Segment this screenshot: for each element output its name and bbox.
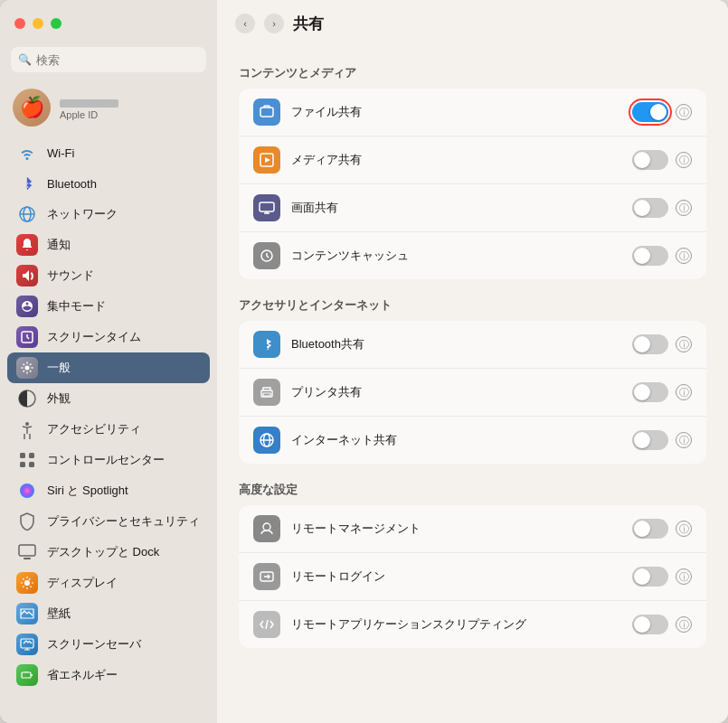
- row-remote-scripting: リモートアプリケーションスクリプティング ⓘ: [239, 601, 706, 648]
- sidebar-item-notification[interactable]: 通知: [7, 230, 210, 260]
- remote-management-info-btn[interactable]: ⓘ: [676, 521, 692, 537]
- media-sharing-info-btn[interactable]: ⓘ: [676, 152, 692, 168]
- file-sharing-toggle-group: ⓘ: [632, 102, 692, 122]
- svg-rect-10: [29, 462, 34, 467]
- section-header-contents: コンテンツとメディア: [239, 65, 706, 81]
- remote-login-info-btn[interactable]: ⓘ: [676, 568, 692, 585]
- minimize-button[interactable]: [33, 18, 43, 29]
- internet-sharing-toggle-group: ⓘ: [632, 430, 692, 450]
- svg-rect-8: [29, 453, 34, 458]
- bluetooth-sharing-toggle[interactable]: [632, 334, 668, 354]
- screensaver-icon: [16, 634, 38, 655]
- sidebar-item-bluetooth[interactable]: Bluetooth: [7, 168, 210, 199]
- sidebar-item-focus-label: 集中モード: [47, 298, 106, 315]
- file-sharing-info-btn[interactable]: ⓘ: [676, 104, 692, 120]
- sidebar-item-siri-label: Siri と Spotlight: [47, 483, 128, 499]
- sidebar-item-network[interactable]: ネットワーク: [7, 199, 210, 230]
- bluetooth-sharing-toggle-group: ⓘ: [632, 334, 692, 354]
- forward-button[interactable]: ›: [264, 14, 284, 33]
- screen-sharing-icon: [253, 194, 280, 221]
- sidebar-item-notification-label: 通知: [47, 237, 71, 253]
- printer-sharing-icon: [253, 379, 280, 406]
- sidebar-item-wallpaper-label: 壁紙: [47, 606, 71, 622]
- settings-group-accessory: Bluetooth共有 ⓘ プリンタ共有 ⓘ: [239, 321, 706, 464]
- sidebar-item-privacy-label: プライバシーとセキュリティ: [47, 513, 200, 530]
- screen-sharing-info-btn[interactable]: ⓘ: [676, 200, 692, 216]
- notification-icon: [16, 234, 38, 256]
- search-input[interactable]: [36, 53, 199, 67]
- bluetooth-icon: [16, 173, 38, 194]
- sidebar-item-screensaver[interactable]: スクリーンセーバ: [7, 629, 210, 660]
- titlebar: [0, 0, 217, 47]
- screentime-icon: [16, 326, 38, 348]
- profile-name: [60, 96, 118, 109]
- sidebar-item-general[interactable]: 一般: [7, 352, 210, 383]
- network-icon: [16, 203, 38, 225]
- internet-sharing-toggle[interactable]: [632, 430, 668, 450]
- maximize-button[interactable]: [51, 18, 61, 29]
- sidebar: 🔍 🍎 Apple ID Wi-Fi: [0, 0, 217, 723]
- sidebar-item-general-label: 一般: [47, 360, 71, 376]
- remote-management-toggle[interactable]: [632, 519, 668, 539]
- content-cache-toggle[interactable]: [632, 246, 668, 266]
- printer-sharing-toggle[interactable]: [632, 382, 668, 402]
- file-sharing-toggle[interactable]: [632, 102, 668, 122]
- display-icon: [16, 572, 38, 594]
- sidebar-item-screensaver-label: スクリーンセーバ: [47, 636, 141, 653]
- profile-info: Apple ID: [60, 96, 118, 120]
- remote-management-icon: [253, 515, 280, 542]
- profile-subtitle: Apple ID: [60, 109, 118, 120]
- sidebar-item-display[interactable]: ディスプレイ: [7, 568, 210, 598]
- remote-scripting-icon: [253, 611, 280, 638]
- sidebar-item-focus[interactable]: 集中モード: [7, 291, 210, 322]
- sidebar-item-wallpaper[interactable]: 壁紙: [7, 598, 210, 629]
- siri-icon: [16, 480, 38, 502]
- content-cache-info-btn[interactable]: ⓘ: [676, 248, 692, 264]
- sidebar-item-bluetooth-label: Bluetooth: [47, 177, 97, 191]
- main-content: ‹ › 共有 コンテンツとメディア ファイル共有 ⓘ: [217, 0, 728, 723]
- remote-login-toggle[interactable]: [632, 567, 668, 587]
- back-button[interactable]: ‹: [235, 14, 255, 33]
- printer-sharing-info-btn[interactable]: ⓘ: [676, 384, 692, 400]
- internet-sharing-info-btn[interactable]: ⓘ: [676, 432, 692, 448]
- sidebar-item-energy[interactable]: 省エネルギー: [7, 660, 210, 690]
- screen-sharing-toggle[interactable]: [632, 198, 668, 218]
- avatar: 🍎: [13, 89, 51, 127]
- remote-scripting-toggle-group: ⓘ: [632, 615, 692, 634]
- sidebar-item-controlcenter-label: コントロールセンター: [47, 452, 165, 468]
- remote-login-icon: [253, 563, 280, 590]
- close-button[interactable]: [14, 18, 25, 29]
- profile-section[interactable]: 🍎 Apple ID: [0, 81, 217, 136]
- sidebar-item-appearance[interactable]: 外観: [7, 383, 210, 414]
- remote-scripting-info-btn[interactable]: ⓘ: [676, 616, 692, 633]
- sidebar-item-screentime[interactable]: スクリーンタイム: [7, 322, 210, 352]
- bluetooth-sharing-info-btn[interactable]: ⓘ: [676, 336, 692, 352]
- energy-icon: [16, 664, 38, 686]
- internet-sharing-label: インターネット共有: [291, 432, 621, 448]
- sidebar-item-accessibility[interactable]: アクセシビリティ: [7, 414, 210, 445]
- row-content-cache: コンテンツキャッシュ ⓘ: [239, 232, 706, 279]
- remote-scripting-toggle[interactable]: [632, 615, 668, 634]
- row-media-sharing: メディア共有 ⓘ: [239, 136, 706, 184]
- sidebar-item-siri[interactable]: Siri と Spotlight: [7, 475, 210, 506]
- sidebar-item-controlcenter[interactable]: コントロールセンター: [7, 445, 210, 475]
- sidebar-item-sound[interactable]: サウンド: [7, 260, 210, 291]
- sidebar-item-privacy[interactable]: プライバシーとセキュリティ: [7, 506, 210, 537]
- settings-group-contents: ファイル共有 ⓘ メディア共有 ⓘ: [239, 89, 706, 279]
- sidebar-item-desktop[interactable]: デスクトップと Dock: [7, 537, 210, 568]
- svg-rect-18: [31, 674, 33, 676]
- wallpaper-icon: [16, 603, 38, 624]
- sidebar-item-display-label: ディスプレイ: [47, 575, 118, 591]
- page-title: 共有: [293, 14, 324, 34]
- media-sharing-icon: [253, 146, 280, 174]
- settings-group-advanced: リモートマネージメント ⓘ リモートログイン ⓘ: [239, 505, 706, 648]
- media-sharing-toggle[interactable]: [632, 150, 668, 170]
- sidebar-item-wifi[interactable]: Wi-Fi: [7, 137, 210, 168]
- svg-rect-12: [19, 545, 35, 556]
- search-bar[interactable]: 🔍: [11, 47, 206, 72]
- sidebar-item-screentime-label: スクリーンタイム: [47, 329, 141, 345]
- svg-rect-21: [260, 202, 274, 211]
- printer-sharing-label: プリンタ共有: [291, 384, 621, 400]
- sidebar-item-energy-label: 省エネルギー: [47, 667, 118, 683]
- controlcenter-icon: [16, 449, 38, 471]
